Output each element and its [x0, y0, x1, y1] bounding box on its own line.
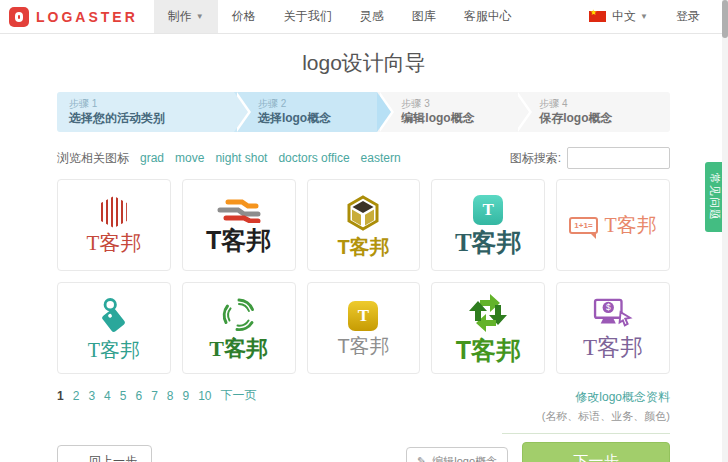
concept-hint: (名称、标语、业务、颜色)	[502, 409, 670, 424]
arrow-left-icon: ←	[72, 456, 83, 462]
chevron-down-icon: ▼	[196, 12, 204, 21]
logo-grid: T客邦 T客邦 T客邦 T T客邦 1+1= T客邦	[57, 179, 670, 374]
icon-search-input[interactable]	[567, 147, 670, 169]
price-tag-icon	[98, 297, 130, 335]
navbar: LOGASTER 制作 ▼ 价格 关于我们 灵感 图库 客服中心 ★ 中文 ▼ …	[0, 0, 728, 34]
login-link[interactable]: 登录	[662, 0, 714, 33]
svg-text:$: $	[606, 302, 611, 312]
nav-item-inspiration[interactable]: 灵感	[346, 0, 398, 33]
nav-item-about[interactable]: 关于我们	[270, 0, 346, 33]
swirl-icon	[221, 297, 257, 333]
logo-option-4[interactable]: T T客邦	[431, 179, 545, 271]
icon-search-label: 图标搜索:	[510, 150, 561, 167]
logaster-o-icon	[9, 7, 29, 27]
speech-bubble-icon: 1+1=	[569, 217, 597, 234]
browse-label: 浏览相关图标	[57, 150, 129, 167]
logo-option-8[interactable]: T T客邦	[307, 282, 421, 374]
page-2[interactable]: 2	[73, 389, 80, 403]
edit-concept-data-link[interactable]: 修改logo概念资料	[575, 390, 670, 404]
tag-doctors-office[interactable]: doctors office	[278, 151, 349, 165]
pencil-icon: ✎	[417, 455, 426, 462]
faq-tab[interactable]: 常见问题	[705, 162, 722, 232]
edit-logo-concept-button[interactable]: ✎ 编辑logo概念	[406, 447, 508, 462]
gold-t-badge-icon: T	[348, 301, 378, 331]
pagination: 1 2 3 4 5 6 7 8 9 10 下一页	[57, 387, 257, 404]
tag-eastern[interactable]: eastern	[361, 151, 401, 165]
logo-option-7[interactable]: T客邦	[182, 282, 296, 374]
logo-option-9[interactable]: T客邦	[431, 282, 545, 374]
logo-option-3[interactable]: T客邦	[307, 179, 421, 271]
logo-option-2[interactable]: T客邦	[182, 179, 296, 271]
logo-option-10[interactable]: $ T客邦	[556, 282, 670, 374]
scrollbar[interactable]	[722, 0, 728, 462]
page-6[interactable]: 6	[135, 389, 142, 403]
nav-item-pricing[interactable]: 价格	[218, 0, 270, 33]
page-10[interactable]: 10	[198, 389, 211, 403]
recycle-arrows-icon	[468, 293, 508, 333]
tag-move[interactable]: move	[175, 151, 204, 165]
logaster-logo[interactable]: LOGASTER	[0, 0, 154, 33]
page-5[interactable]: 5	[120, 389, 127, 403]
monitor-dollar-icon: $	[591, 297, 635, 331]
logo-option-6[interactable]: T客邦	[57, 282, 171, 374]
steps-breadcrumb: 步骤 1 选择您的活动类别 步骤 2 选择logo概念 步骤 3 编辑logo概…	[57, 92, 670, 132]
browse-row: 浏览相关图标 grad move night shot doctors offi…	[57, 147, 670, 169]
zigzag-stripes-icon	[216, 197, 262, 223]
bottom-row: 1 2 3 4 5 6 7 8 9 10 下一页 修改logo概念资料 (名称、…	[57, 387, 670, 434]
tag-night-shot[interactable]: night shot	[215, 151, 267, 165]
back-button[interactable]: ← 回上一步	[57, 445, 152, 462]
step-2-active: 步骤 2 选择logo概念	[234, 92, 377, 132]
next-page-link[interactable]: 下一页	[221, 387, 257, 404]
page-8[interactable]: 8	[167, 389, 174, 403]
cube-icon	[345, 194, 381, 232]
brand-name: LOGASTER	[36, 9, 138, 25]
nav-item-gallery[interactable]: 图库	[398, 0, 450, 33]
nav-item-support[interactable]: 客服中心	[450, 0, 526, 33]
page-title: logo设计向导	[0, 49, 728, 77]
china-flag-icon: ★	[589, 11, 606, 22]
page-1-current: 1	[57, 389, 64, 403]
logo-option-5[interactable]: 1+1= T客邦	[556, 179, 670, 271]
language-selector[interactable]: ★ 中文 ▼	[575, 0, 662, 33]
next-step-button[interactable]: 下一步	[522, 442, 670, 462]
page-7[interactable]: 7	[151, 389, 158, 403]
footer: ← 回上一步 ✎ 编辑logo概念 下一步	[57, 442, 670, 462]
logo-option-1[interactable]: T客邦	[57, 179, 171, 271]
divider	[502, 433, 670, 434]
step-4: 步骤 4 保存logo概念	[515, 92, 670, 132]
page-4[interactable]: 4	[104, 389, 111, 403]
striped-emblem-icon	[101, 196, 127, 228]
navbar-right: ★ 中文 ▼ 登录	[575, 0, 728, 33]
nav-item-create[interactable]: 制作 ▼	[154, 0, 218, 33]
step-1: 步骤 1 选择您的活动类别	[57, 92, 234, 132]
tag-grad[interactable]: grad	[140, 151, 164, 165]
step-3: 步骤 3 编辑logo概念	[377, 92, 515, 132]
page-3[interactable]: 3	[88, 389, 95, 403]
page-9[interactable]: 9	[183, 389, 190, 403]
teal-t-badge-icon: T	[473, 195, 503, 225]
scrollbar-thumb[interactable]	[722, 0, 728, 38]
chevron-down-icon: ▼	[640, 12, 648, 21]
concept-block: 修改logo概念资料 (名称、标语、业务、颜色)	[502, 387, 670, 434]
